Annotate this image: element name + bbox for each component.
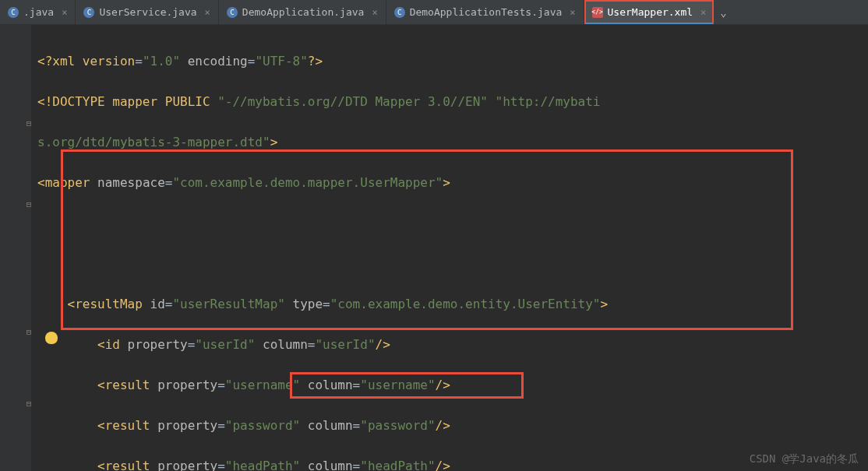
- tab-label: DemoApplication.java: [242, 6, 365, 18]
- java-icon: C: [8, 7, 19, 18]
- close-icon[interactable]: ×: [570, 7, 575, 18]
- tab-label: UserMapper.xml: [608, 6, 693, 18]
- watermark: CSDN @学Java的冬瓜: [750, 452, 859, 466]
- intention-bulb-icon[interactable]: [45, 332, 58, 344]
- editor-tabs: C .java × C UserService.java × C DemoApp…: [0, 0, 868, 25]
- tab-userservice[interactable]: C UserService.java ×: [76, 0, 218, 24]
- close-icon[interactable]: ×: [372, 7, 377, 18]
- code-area[interactable]: <?xml version="1.0" encoding="UTF-8"?> <…: [31, 25, 608, 471]
- tab-label: UserService.java: [99, 6, 196, 18]
- tab-label: .java: [23, 6, 54, 18]
- more-tabs-chevron[interactable]: ⌄: [714, 6, 732, 19]
- tab-label: DemoApplicationTests.java: [410, 6, 563, 18]
- java-icon: C: [394, 7, 405, 18]
- close-icon[interactable]: ×: [205, 7, 210, 18]
- tab-file-1[interactable]: C .java ×: [0, 0, 76, 24]
- tab-demoapplicationtests[interactable]: C DemoApplicationTests.java ×: [386, 0, 584, 24]
- java-icon: C: [227, 7, 238, 18]
- xml-icon: </>: [592, 7, 603, 18]
- close-icon[interactable]: ×: [62, 7, 67, 18]
- java-icon: C: [83, 7, 94, 18]
- tab-usermapper[interactable]: </> UserMapper.xml ×: [584, 0, 715, 24]
- editor-gutter: ⊟ ⊟ ⊟ ⊟: [0, 25, 31, 471]
- code-editor: ⊟ ⊟ ⊟ ⊟ <?xml version="1.0" encoding="UT…: [0, 25, 868, 471]
- tab-demoapplication[interactable]: C DemoApplication.java ×: [219, 0, 386, 24]
- close-icon[interactable]: ×: [700, 7, 706, 18]
